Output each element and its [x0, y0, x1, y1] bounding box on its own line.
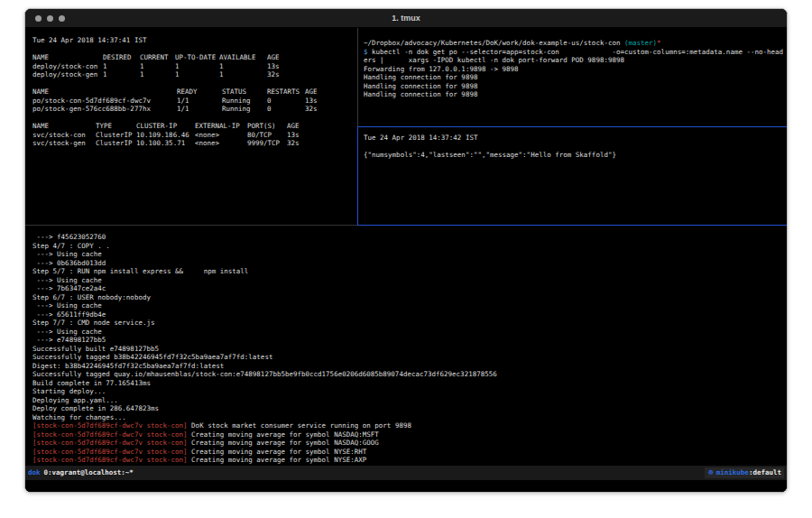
table-cell: 13s	[287, 131, 354, 140]
minimize-button[interactable]	[47, 15, 53, 22]
table-header-row: NAMEREADYSTATUSRESTARTSAGE	[32, 88, 354, 97]
pod-log-entry: [stock-con-5d7df689cf-dwc7v stock-con] C…	[32, 456, 787, 465]
table-cell: 13s	[305, 97, 354, 106]
table-header-cell: NAME	[32, 88, 177, 97]
kubernetes-icon: ☸	[707, 468, 715, 476]
table-header-cell: READY	[177, 88, 222, 97]
table-row: deploy/stock-con111113s	[32, 62, 354, 71]
table-header-cell: AGE	[267, 53, 354, 62]
table-header-cell: AGE	[287, 122, 354, 131]
left-pane-timestamp: Tue 24 Apr 2018 14:37:41 IST	[32, 36, 357, 45]
kubectl-command-line1: $ kubectl -n dok get po --selector=app=s…	[364, 48, 787, 57]
table-row: svc/stock-genClusterIP10.100.35.71<none>…	[32, 139, 354, 148]
pane-port-forward[interactable]: ~/Dropbox/advocacy/Kubernetes/DoK/work/d…	[358, 28, 787, 126]
table-cell: deploy/stock-con	[32, 62, 103, 71]
pod-log-message: Creating moving average for symbol NYSE:…	[188, 456, 367, 464]
table-cell: 1	[219, 62, 267, 71]
table-header-cell: NAME	[32, 53, 103, 62]
table-header-cell: AVAILABLE	[219, 53, 267, 62]
table-header-cell: UP-TO-DATE	[175, 53, 219, 62]
pod-log-entry: [stock-con-5d7df689cf-dwc7v stock-con] C…	[32, 430, 787, 439]
table-cell: <none>	[195, 131, 247, 140]
shell-cwd-line: ~/Dropbox/advocacy/Kubernetes/DoK/work/d…	[364, 39, 787, 48]
table-cell: 32s	[287, 139, 354, 148]
table-cell: 1	[219, 70, 267, 79]
table-cell: 1	[140, 70, 175, 79]
table-header-cell: DESIRED	[103, 53, 140, 62]
table-header-cell: RESTARTS	[267, 88, 305, 97]
table-header-cell: CLUSTER-IP	[136, 122, 195, 131]
cwd-path: ~/Dropbox/advocacy/Kubernetes/DoK/work/d…	[364, 39, 624, 47]
table-cell: Running	[222, 105, 267, 114]
table-cell: ClusterIP	[96, 139, 136, 148]
table-header-cell: NAME	[32, 122, 96, 131]
table-row: po/stock-gen-576cc688bb-277hx1/1Running0…	[32, 105, 354, 114]
pod-log-prefix: [stock-con-5d7df689cf-dwc7v stock-con]	[32, 430, 188, 439]
pod-log-prefix: [stock-con-5d7df689cf-dwc7v stock-con]	[32, 448, 188, 456]
terminal-window: 1. tmux Tue 24 Apr 2018 14:37:41 IST NAM…	[24, 8, 788, 493]
table-header-row: NAMETYPECLUSTER-IPEXTERNAL-IPPORT(S)AGE	[32, 122, 354, 131]
table-cell: ClusterIP	[96, 131, 136, 140]
table-cell: 10.100.35.71	[136, 139, 195, 148]
pod-log-message: Creating moving average for symbol NASDA…	[188, 439, 379, 447]
table-cell: 1	[103, 70, 140, 79]
json-response: {"numsymbols":4,"lastseen":"","message":…	[364, 151, 787, 160]
table-row: svc/stock-conClusterIP10.109.186.46<none…	[32, 131, 354, 140]
table-header-cell: STATUS	[222, 88, 267, 97]
window-titlebar[interactable]: 1. tmux	[25, 9, 787, 28]
window-bottom-filler	[25, 480, 787, 492]
handling-connection-3: Handling connection for 9898	[364, 90, 787, 99]
pane-kubectl-resources[interactable]: Tue 24 Apr 2018 14:37:41 IST NAMEDESIRED…	[25, 28, 357, 225]
forwarding-output: Forwarding from 127.0.0.1:9898 -> 9898	[364, 65, 787, 74]
pod-log-prefix: [stock-con-5d7df689cf-dwc7v stock-con]	[32, 421, 188, 430]
table-cell: 1/1	[177, 97, 222, 106]
active-window-label[interactable]: 0:vagrant@localhost:~*	[44, 468, 134, 477]
git-dirty-flag: *	[657, 39, 661, 47]
table-cell: deploy/stock-gen	[32, 70, 103, 79]
table-row: po/stock-con-5d7df689cf-dwc7v1/1Running0…	[32, 97, 354, 106]
table-cell: 0	[267, 97, 305, 106]
table-cell: 1	[175, 70, 219, 79]
table-cell: 1	[103, 62, 140, 71]
pod-log-message: DoK stock market consumer service runnin…	[188, 421, 411, 430]
kubectl-command-line2: ers | xargs -IPOD kubectl -n dok port-fo…	[364, 56, 787, 65]
maximize-button[interactable]	[59, 15, 65, 22]
pod-log-entry: [stock-con-5d7df689cf-dwc7v stock-con] C…	[32, 439, 787, 448]
pod-log-message: Creating moving average for symbol NYSE:…	[188, 448, 367, 456]
pod-log-entry: [stock-con-5d7df689cf-dwc7v stock-con] C…	[32, 448, 787, 457]
table-cell: po/stock-gen-576cc688bb-277hx	[32, 105, 177, 114]
table-cell: 1	[175, 62, 219, 71]
deployments-table: NAMEDESIREDCURRENTUP-TO-DATEAVAILABLEAGE…	[32, 53, 354, 79]
table-cell: Running	[222, 97, 267, 106]
pane-skaffold-build[interactable]: ---> f45623052760 Step 4/7 : COPY . . --…	[25, 226, 787, 466]
table-cell: 1	[140, 62, 175, 71]
git-branch: (master)	[624, 39, 657, 47]
table-cell: 1/1	[177, 105, 222, 114]
docker-build-log: ---> f45623052760 Step 4/7 : COPY . . --…	[32, 233, 787, 421]
pod-log-prefix: [stock-con-5d7df689cf-dwc7v stock-con]	[32, 456, 188, 464]
kube-namespace: :default	[749, 468, 781, 476]
table-header-cell: EXTERNAL-IP	[195, 122, 247, 131]
window-title: 1. tmux	[25, 14, 787, 23]
table-cell: svc/stock-gen	[32, 139, 96, 148]
table-cell: <none>	[195, 139, 247, 148]
table-row: deploy/stock-gen111132s	[32, 70, 354, 79]
kube-context: minikube	[716, 468, 749, 476]
table-cell: 13s	[267, 62, 354, 71]
tmux-terminal: Tue 24 Apr 2018 14:37:41 IST NAMEDESIRED…	[25, 28, 787, 492]
pod-log-prefix: [stock-con-5d7df689cf-dwc7v stock-con]	[32, 439, 188, 447]
status-right-segment: ☸ minikube:default	[705, 467, 784, 478]
table-header-cell: PORT(S)	[247, 122, 287, 131]
table-header-cell: TYPE	[96, 122, 136, 131]
table-cell: po/stock-con-5d7df689cf-dwc7v	[32, 97, 177, 106]
handling-connection-2: Handling connection for 9898	[364, 82, 787, 91]
table-cell: 0	[267, 105, 305, 114]
pane-curl-response[interactable]: Tue 24 Apr 2018 14:37:42 IST {"numsymbol…	[358, 127, 787, 225]
table-header-row: NAMEDESIREDCURRENTUP-TO-DATEAVAILABLEAGE	[32, 53, 354, 62]
window-controls	[35, 15, 65, 22]
table-cell: 32s	[305, 105, 354, 114]
pod-log-entry: [stock-con-5d7df689cf-dwc7v stock-con] D…	[32, 421, 787, 430]
close-button[interactable]	[35, 15, 42, 22]
table-cell: 10.109.186.46	[136, 131, 195, 140]
session-name[interactable]: dok	[28, 468, 41, 477]
